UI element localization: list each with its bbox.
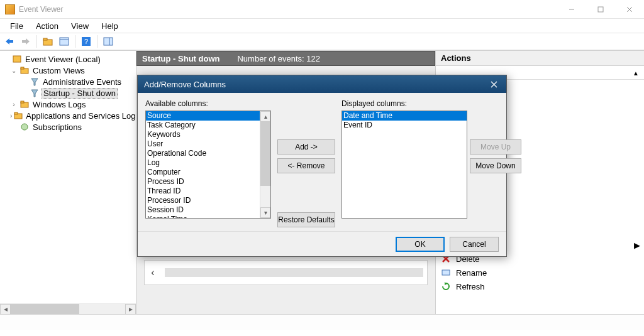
toolbar-folder-button[interactable] — [41, 35, 55, 48]
tree-label: Administrative Events — [42, 77, 123, 87]
svg-rect-5 — [9, 40, 13, 43]
scroll-up-icon[interactable]: ▴ — [260, 111, 270, 122]
toolbar-help-button[interactable]: ? — [79, 35, 93, 48]
minimize-button[interactable] — [557, 0, 586, 19]
available-column-item[interactable]: Source — [146, 111, 270, 121]
menubar: File Action View Help — [0, 19, 644, 33]
dialog-titlebar[interactable]: Add/Remove Columns — [138, 75, 506, 93]
available-column-item[interactable]: Kernel Time — [146, 215, 270, 219]
toolbar-properties-button[interactable] — [57, 35, 71, 48]
displayed-columns-label: Displayed columns: — [341, 99, 467, 111]
scroll-down-icon[interactable]: ▾ — [260, 207, 270, 218]
scroll-left-icon[interactable]: ◂ — [0, 304, 11, 315]
svg-rect-10 — [60, 38, 69, 45]
add-remove-columns-dialog: Add/Remove Columns Available columns: Di… — [137, 75, 507, 257]
toolbar-pane-button[interactable] — [101, 35, 115, 48]
svg-point-25 — [21, 124, 28, 130]
folder-icon — [19, 99, 30, 109]
svg-text:?: ? — [84, 38, 88, 45]
available-columns-listbox[interactable]: SourceTask CategoryKeywordsUserOperation… — [145, 111, 271, 219]
displayed-column-item[interactable]: Event ID — [342, 121, 467, 130]
tree-admin-events[interactable]: Administrative Events — [0, 76, 136, 87]
move-down-button[interactable]: Move Down — [470, 158, 521, 173]
svg-rect-1 — [598, 7, 603, 12]
svg-rect-28 — [442, 270, 450, 275]
move-up-button[interactable]: Move Up — [470, 139, 521, 154]
remove-button[interactable]: <- Remove — [277, 158, 335, 173]
displayed-columns-listbox[interactable]: Date and TimeEvent ID — [341, 111, 467, 219]
menu-help[interactable]: Help — [95, 20, 125, 32]
available-column-item[interactable]: Thread ID — [146, 187, 270, 196]
action-label: Refresh — [456, 282, 485, 291]
tree-custom-views[interactable]: ⌄ Custom Views — [0, 65, 136, 76]
close-button[interactable] — [615, 0, 644, 19]
center-title: Startup - Shut down — [142, 54, 219, 63]
dialog-footer: OK Cancel — [138, 231, 506, 256]
dialog-close-button[interactable] — [481, 75, 506, 93]
available-column-item[interactable]: User — [146, 139, 270, 149]
scroll-right-icon[interactable]: ▸ — [125, 304, 136, 315]
scroll-thumb[interactable] — [260, 122, 270, 186]
tree-label: Custom Views — [31, 66, 86, 75]
event-viewer-icon — [12, 54, 22, 64]
menu-action[interactable]: Action — [30, 20, 65, 32]
window-title: Event Viewer — [19, 5, 557, 14]
cancel-button[interactable]: Cancel — [450, 237, 499, 252]
svg-rect-14 — [104, 38, 113, 45]
ok-button[interactable]: OK — [396, 237, 445, 252]
displayed-column-item[interactable]: Date and Time — [342, 111, 467, 121]
restore-defaults-button[interactable]: Restore Defaults — [277, 212, 335, 227]
available-column-item[interactable]: Log — [146, 158, 270, 168]
forward-button[interactable] — [19, 35, 33, 48]
listbox-scrollbar[interactable]: ▴ ▾ — [260, 111, 270, 218]
titlebar: Event Viewer — [0, 0, 644, 19]
filter-icon — [30, 88, 40, 98]
svg-rect-9 — [43, 38, 47, 40]
tree-horizontal-scrollbar[interactable]: ◂ ▸ — [0, 303, 136, 314]
scroll-thumb[interactable] — [11, 304, 79, 315]
available-column-item[interactable]: Computer — [146, 168, 270, 177]
rename-icon — [441, 268, 451, 278]
center-count: Number of events: 122 — [237, 54, 320, 63]
available-columns-label: Available columns: — [145, 99, 271, 111]
available-column-item[interactable]: Operational Code — [146, 149, 270, 158]
tree-windows-logs[interactable]: › Windows Logs — [0, 99, 136, 110]
svg-marker-19 — [31, 79, 38, 85]
refresh-icon — [441, 281, 451, 291]
app-icon — [5, 4, 15, 14]
add-button[interactable]: Add -> — [277, 139, 335, 154]
tree-startup-shutdown[interactable]: Startup - Shut down — [0, 87, 136, 99]
expand-icon[interactable]: ⌄ — [10, 67, 18, 74]
available-column-item[interactable]: Processor ID — [146, 196, 270, 205]
horizontal-scrollbar[interactable] — [165, 268, 423, 277]
action-refresh[interactable]: Refresh — [436, 279, 644, 293]
collapse-icon[interactable]: ▲ — [633, 70, 639, 77]
svg-marker-20 — [31, 90, 38, 97]
expand-icon[interactable]: › — [10, 112, 12, 119]
available-column-item[interactable]: Session ID — [146, 205, 270, 215]
back-button[interactable] — [3, 35, 16, 48]
available-column-item[interactable]: Keywords — [146, 130, 270, 139]
svg-rect-24 — [14, 112, 18, 114]
scroll-left-icon[interactable]: ‹ — [145, 261, 161, 285]
menu-file[interactable]: File — [4, 20, 30, 32]
available-column-item[interactable]: Process ID — [146, 177, 270, 187]
action-rename[interactable]: Rename — [436, 266, 644, 279]
tree-pane[interactable]: Event Viewer (Local) ⌄ Custom Views Admi… — [0, 51, 136, 314]
scroll-track[interactable] — [11, 304, 125, 315]
submenu-arrow-icon: ▶ — [634, 241, 640, 250]
tree-subscriptions[interactable]: Subscriptions — [0, 121, 136, 133]
dialog-title: Add/Remove Columns — [144, 80, 226, 89]
toolbar: ? — [0, 33, 644, 50]
expand-icon[interactable]: › — [10, 101, 18, 108]
maximize-button[interactable] — [586, 0, 615, 19]
menu-view[interactable]: View — [65, 20, 95, 32]
available-column-item[interactable]: Task Category — [146, 121, 270, 130]
details-scroll-strip: ‹ — [144, 260, 428, 285]
tree-apps-services[interactable]: › Applications and Services Log — [0, 110, 136, 121]
tree-label: Subscriptions — [31, 122, 83, 132]
tree-root[interactable]: Event Viewer (Local) — [0, 53, 136, 65]
svg-rect-22 — [21, 101, 24, 103]
tree-root-label: Event Viewer (Local) — [24, 55, 102, 64]
action-label: Rename — [456, 268, 487, 278]
